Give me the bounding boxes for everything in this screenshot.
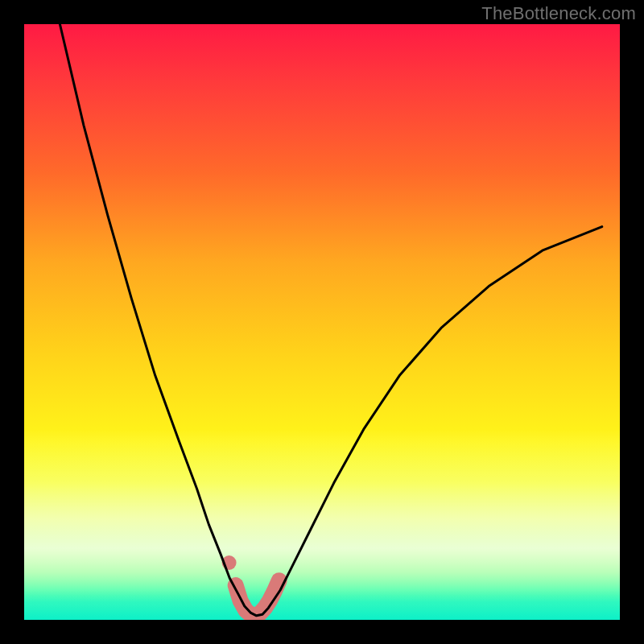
chart-frame: TheBottleneck.com bbox=[0, 0, 644, 644]
watermark-text: TheBottleneck.com bbox=[481, 3, 636, 24]
chart-overlay-svg bbox=[24, 24, 620, 620]
recommended-zone-path bbox=[236, 580, 279, 615]
bottleneck-curve-path bbox=[60, 24, 601, 616]
chart-plot-area bbox=[24, 24, 620, 620]
